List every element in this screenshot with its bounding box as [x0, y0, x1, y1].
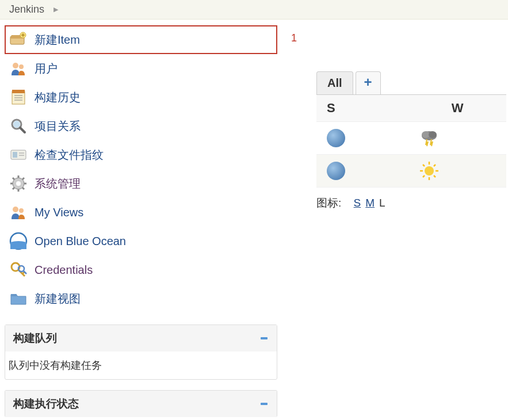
svg-point-39 [429, 131, 437, 138]
col-status[interactable]: S [316, 95, 408, 122]
svg-point-40 [425, 166, 434, 175]
svg-rect-34 [11, 294, 17, 296]
tab-all[interactable]: All [316, 71, 353, 94]
nav-fingerprint[interactable]: 检查文件指纹 [5, 140, 277, 169]
nav-label: 用户 [35, 61, 58, 77]
nav-label: 新建视图 [35, 291, 81, 307]
queue-title: 构建队列 [13, 331, 57, 346]
collapse-icon[interactable] [259, 399, 269, 408]
breadcrumb-root[interactable]: Jenkins [9, 3, 44, 16]
svg-line-11 [20, 128, 25, 132]
nav-label: Credentials [35, 264, 93, 277]
users-icon [9, 59, 28, 78]
job-table: S W [316, 94, 506, 188]
sidebar: 新建Item 1 用户 [0, 20, 282, 420]
svg-point-17 [16, 181, 21, 186]
icon-size-large: L [379, 197, 385, 209]
nav-build-history[interactable]: 构建历史 [5, 83, 277, 112]
tab-add-view[interactable]: + [356, 71, 381, 94]
table-row[interactable] [316, 122, 506, 155]
nav-label: My Views [35, 206, 83, 219]
view-tabs: All + [316, 71, 508, 94]
icon-size-label: 图标: [316, 196, 341, 211]
breadcrumb-arrow-icon: ▶ [54, 6, 58, 13]
nav-project-relationship[interactable]: 项目关系 [5, 112, 277, 140]
nav-label: 检查文件指纹 [35, 147, 104, 163]
nav-new-item[interactable]: 新建Item 1 [5, 25, 277, 54]
nav-label: Open Blue Ocean [35, 235, 126, 248]
nav-credentials[interactable]: Credentials [5, 255, 277, 284]
fingerprint-icon [9, 146, 28, 164]
svg-point-2 [13, 63, 18, 68]
build-queue-panel: 构建队列 队列中没有构建任务 [5, 324, 277, 380]
nav-label: 系统管理 [35, 176, 81, 192]
icon-size-small[interactable]: S [354, 197, 361, 209]
svg-line-23 [22, 188, 24, 189]
nav-blue-ocean[interactable]: Open Blue Ocean [5, 227, 277, 255]
nav-users[interactable]: 用户 [5, 54, 277, 83]
svg-point-3 [19, 64, 24, 69]
executor-title: 构建执行状态 [13, 396, 79, 411]
svg-rect-5 [12, 90, 25, 93]
main-content: All + S W [282, 20, 508, 420]
svg-line-25 [22, 178, 24, 180]
svg-point-27 [19, 208, 24, 213]
table-row[interactable] [316, 155, 506, 188]
svg-line-48 [434, 165, 436, 166]
icon-size-legend: 图标: S M L [316, 196, 508, 211]
search-icon [9, 117, 28, 135]
nav-my-views[interactable]: My Views [5, 198, 277, 227]
svg-rect-35 [261, 337, 268, 339]
history-icon [9, 88, 28, 106]
nav-label: 项目关系 [35, 119, 81, 134]
svg-point-38 [422, 131, 430, 138]
svg-point-10 [13, 121, 20, 128]
nav-label: 新建Item [35, 32, 80, 48]
svg-line-46 [434, 175, 436, 177]
svg-rect-36 [261, 403, 268, 405]
collapse-icon[interactable] [259, 334, 269, 343]
weather-storm-icon [408, 122, 506, 155]
svg-line-45 [423, 165, 425, 166]
nav-label: 构建历史 [35, 90, 81, 105]
svg-rect-13 [13, 152, 17, 158]
folder-icon [9, 289, 28, 308]
blueocean-icon [9, 232, 28, 250]
weather-sun-icon [408, 155, 506, 188]
status-ball-icon [327, 129, 345, 147]
nav-manage[interactable]: 系统管理 [5, 169, 277, 198]
new-item-icon [9, 30, 28, 49]
queue-empty: 队列中没有构建任务 [5, 352, 277, 379]
breadcrumb: Jenkins ▶ [0, 0, 508, 20]
users-icon [9, 203, 28, 222]
status-ball-icon [327, 162, 345, 180]
gear-icon [9, 174, 28, 193]
nav-new-view[interactable]: 新建视图 [5, 284, 277, 313]
col-weather[interactable]: W [408, 95, 506, 122]
build-executor-panel: 构建执行状态 [5, 390, 277, 417]
svg-line-22 [13, 178, 14, 180]
icon-size-medium[interactable]: M [365, 197, 375, 209]
svg-point-26 [13, 207, 18, 212]
svg-line-47 [423, 175, 425, 177]
key-icon [9, 261, 28, 279]
svg-line-24 [13, 188, 14, 189]
annotation-marker: 1 [291, 32, 297, 44]
